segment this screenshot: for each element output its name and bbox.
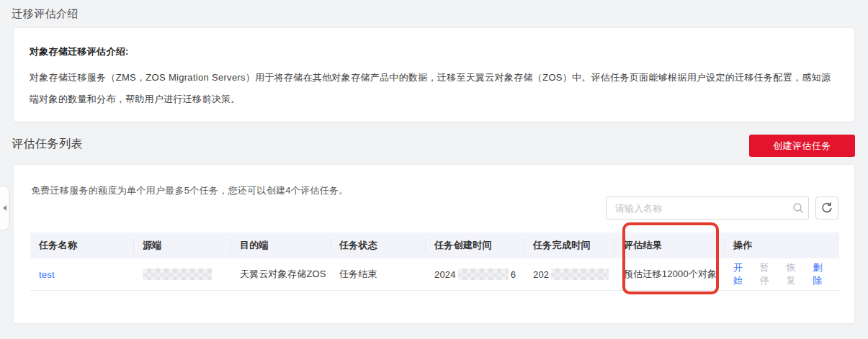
status-value: 任务结束 <box>331 268 426 281</box>
completed-time-prefix: 202 <box>533 269 549 280</box>
completed-time-value: 202 <box>524 268 615 280</box>
intro-card-heading: 对象存储迁移评估介绍: <box>30 45 838 58</box>
created-time-suffix: 6 <box>511 269 516 280</box>
search-icon[interactable] <box>788 202 808 214</box>
search-input[interactable] <box>607 203 788 214</box>
table-row: test 天翼云对象存储ZOS 任务结束 2024 6 202 预估迁移1200… <box>30 258 839 291</box>
sidebar-collapse-handle[interactable] <box>0 186 9 230</box>
row-actions: 开始 暂停 恢复 删除 <box>725 261 839 287</box>
created-time-prefix: 2024 <box>434 269 456 280</box>
redacted-source-value <box>143 268 212 280</box>
task-table: 任务名称 源端 目的端 任务状态 任务创建时间 任务完成时间 评估结果 操作 t… <box>30 232 839 291</box>
page-title: 迁移评估介绍 <box>12 7 79 21</box>
destination-value: 天翼云对象存储ZOS <box>231 268 331 281</box>
task-table-header: 任务名称 源端 目的端 任务状态 任务创建时间 任务完成时间 评估结果 操作 <box>30 232 839 258</box>
col-status: 任务状态 <box>331 238 426 253</box>
col-actions: 操作 <box>725 238 839 253</box>
resume-action-link[interactable]: 恢复 <box>787 261 805 287</box>
task-list-card: 免费迁移服务的额度为单个用户最多5个任务，您还可以创建4个评估任务。 任务名称 … <box>13 164 855 324</box>
created-time-value: 2024 6 <box>426 268 524 280</box>
quota-note: 免费迁移服务的额度为单个用户最多5个任务，您还可以创建4个评估任务。 <box>31 184 349 197</box>
col-source: 源端 <box>134 238 231 253</box>
col-task-name: 任务名称 <box>30 238 134 253</box>
col-destination: 目的端 <box>231 238 331 253</box>
col-created-time: 任务创建时间 <box>426 238 524 253</box>
create-assessment-task-button[interactable]: 创建评估任务 <box>749 135 855 157</box>
col-completed-time: 任务完成时间 <box>524 238 615 253</box>
redacted-completed-time <box>551 268 609 280</box>
delete-action-link[interactable]: 删除 <box>813 261 831 287</box>
task-name-link[interactable]: test <box>39 269 55 280</box>
task-list-section-title: 评估任务列表 <box>12 137 83 152</box>
intro-card-body: 对象存储迁移服务（ZMS，ZOS Migration Servers）用于将存储… <box>30 67 838 110</box>
assessment-result-value: 预估迁移12000个对象 <box>615 268 725 281</box>
task-name-search <box>606 196 809 220</box>
pause-action-link[interactable]: 暂停 <box>760 261 779 287</box>
col-assessment-result: 评估结果 <box>615 238 725 253</box>
refresh-icon <box>821 202 833 215</box>
chevron-left-icon <box>3 205 6 211</box>
refresh-button[interactable] <box>815 196 838 220</box>
redacted-created-time <box>458 268 509 280</box>
intro-card: 对象存储迁移评估介绍: 对象存储迁移服务（ZMS，ZOS Migration S… <box>13 27 855 122</box>
start-action-link[interactable]: 开始 <box>733 261 752 287</box>
